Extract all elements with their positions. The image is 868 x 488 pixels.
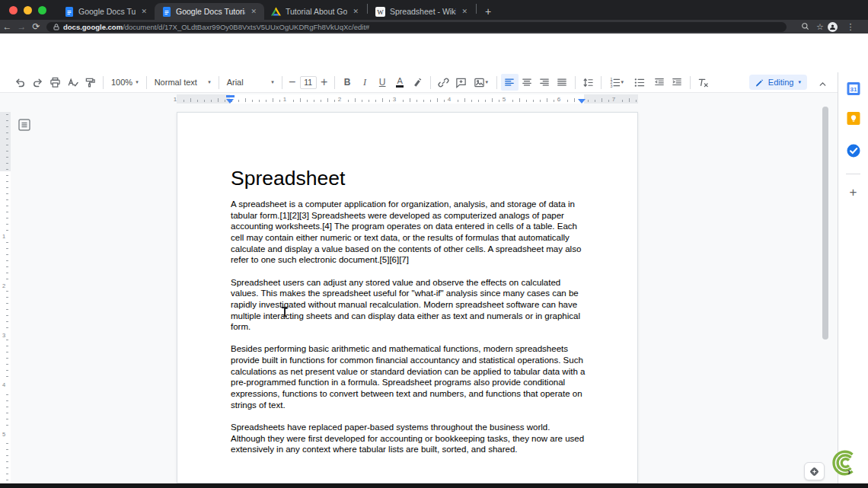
line-spacing-icon[interactable]	[579, 74, 597, 91]
google-docs-favicon	[161, 7, 171, 17]
browser-tab-bar: Google Docs Tutorial - Google ✕ Google D…	[0, 0, 868, 20]
chevron-down-icon: ▾	[271, 79, 274, 85]
tab-separator	[367, 4, 368, 14]
svg-text:W: W	[377, 8, 384, 15]
brand-logo-bottom	[830, 448, 860, 480]
google-tasks-icon[interactable]	[847, 144, 860, 161]
paint-format-icon[interactable]	[81, 74, 99, 91]
browser-tab-4[interactable]: W Spreadsheet - Wikipedia ✕	[369, 3, 475, 20]
font-family-select[interactable]: Arial▾	[223, 78, 278, 87]
text-color-icon[interactable]: A	[391, 74, 409, 91]
vertical-ruler[interactable]: 12345	[0, 93, 11, 483]
insert-image-icon[interactable]: ▾	[470, 74, 493, 91]
url-domain: docs.google.com	[63, 23, 123, 31]
chevron-down-icon: ▾	[208, 79, 211, 85]
google-keep-icon[interactable]	[847, 112, 860, 128]
first-line-indent-marker[interactable]	[226, 95, 235, 97]
chevron-down-icon: ▾	[485, 79, 488, 85]
document-canvas: 11234567 12345 Spreadsheet A spreadsheet…	[0, 93, 838, 483]
increase-font-size-icon[interactable]: +	[318, 74, 330, 91]
tab-close-icon[interactable]: ✕	[352, 8, 359, 15]
browser-tab-2-active[interactable]: Google Docs Tutorial 2 - Goog ✕	[155, 3, 264, 20]
reload-icon[interactable]: ⟳	[29, 20, 43, 33]
paragraph-3: Besides performing basic arithmetic and …	[231, 343, 586, 410]
italic-icon[interactable]: I	[356, 74, 374, 91]
browser-tab-3[interactable]: Tutorial About Google Docs - C ✕	[264, 3, 366, 20]
insert-link-icon[interactable]	[435, 74, 452, 91]
left-indent-marker[interactable]	[226, 99, 234, 104]
tab-close-icon[interactable]: ✕	[250, 8, 257, 15]
screen-bottom-edge	[0, 483, 868, 488]
undo-icon[interactable]	[11, 74, 29, 91]
align-center-icon[interactable]	[519, 74, 536, 91]
wikipedia-favicon: W	[375, 7, 385, 17]
bookmark-star-icon[interactable]: ☆	[812, 22, 828, 32]
tab-separator	[476, 4, 477, 14]
chevron-down-icon: ▾	[798, 79, 801, 85]
decrease-font-size-icon[interactable]: −	[286, 74, 298, 91]
font-size-input[interactable]: 11	[300, 76, 317, 89]
tab-title: Google Docs Tutorial 2 - Goog	[176, 7, 245, 16]
docs-toolbar: 100%▾ Normal text▾ Arial▾ − 11 + B I U A…	[0, 72, 838, 93]
spellcheck-icon[interactable]	[64, 74, 81, 91]
align-justify-icon[interactable]	[554, 74, 571, 91]
macos-window-controls	[0, 0, 57, 20]
browser-menu-icon[interactable]: ⋮	[843, 22, 858, 32]
tab-close-icon[interactable]: ✕	[461, 8, 468, 15]
browser-url-bar: ← → ⟳ docs.google.com/document/d/17X_OLd…	[0, 20, 868, 33]
minimize-window-button[interactable]	[24, 6, 32, 14]
print-icon[interactable]	[46, 74, 64, 91]
svg-text:31: 31	[850, 86, 857, 93]
align-right-icon[interactable]	[536, 74, 554, 91]
explore-button[interactable]	[804, 462, 825, 480]
google-docs-favicon	[64, 7, 74, 17]
paragraph-2: Spreadsheet users can adjust any stored …	[231, 277, 586, 333]
tab-title: Tutorial About Google Docs - C	[286, 7, 347, 16]
browser-tab-1[interactable]: Google Docs Tutorial - Google ✕	[57, 3, 155, 20]
pencil-icon	[755, 78, 764, 87]
bold-icon[interactable]: B	[339, 74, 356, 91]
increase-indent-icon[interactable]	[669, 74, 686, 91]
paragraph-style-select[interactable]: Normal text▾	[151, 78, 215, 87]
document-page[interactable]: Spreadsheet A spreadsheet is a computer …	[177, 112, 638, 483]
chevron-down-icon: ▾	[136, 79, 139, 85]
right-indent-marker[interactable]	[578, 99, 586, 104]
collapse-toolbar-icon[interactable]	[814, 75, 831, 92]
zoom-window-button[interactable]	[38, 6, 46, 14]
back-icon[interactable]: ←	[0, 20, 14, 33]
mode-label: Editing	[768, 78, 794, 87]
chevron-down-icon: ▾	[621, 79, 624, 85]
forward-icon[interactable]: →	[14, 20, 29, 33]
close-window-button[interactable]	[9, 6, 18, 14]
google-calendar-icon[interactable]: 31	[847, 82, 860, 98]
zoom-select[interactable]: 100%▾	[107, 78, 142, 87]
vertical-scrollbar-thumb[interactable]	[822, 107, 828, 340]
numbered-list-icon[interactable]: 123▾	[605, 74, 628, 91]
show-document-outline-icon[interactable]	[18, 118, 31, 132]
tab-close-icon[interactable]: ✕	[140, 8, 148, 15]
bulleted-list-icon[interactable]	[628, 74, 651, 91]
editing-mode-select[interactable]: Editing ▾	[749, 75, 807, 90]
profile-avatar[interactable]	[828, 22, 843, 32]
new-tab-button[interactable]: +	[485, 5, 491, 18]
decrease-indent-icon[interactable]	[651, 74, 669, 91]
add-comment-icon[interactable]	[452, 74, 470, 91]
chevron-right-icon: ›	[847, 466, 850, 477]
google-drive-favicon	[271, 7, 281, 17]
horizontal-ruler[interactable]: 11234567	[0, 94, 838, 104]
google-workspace-side-panel: 31 +	[838, 72, 868, 483]
paragraph-1: A spreadsheet is a computer application …	[231, 199, 586, 266]
svg-text:3: 3	[611, 83, 613, 88]
tab-title: Spreadsheet - Wikipedia	[390, 7, 456, 16]
redo-icon[interactable]	[29, 74, 46, 91]
lock-icon	[53, 24, 59, 30]
underline-icon[interactable]: U	[374, 74, 391, 91]
highlight-color-icon[interactable]	[409, 74, 426, 91]
clear-formatting-icon[interactable]	[694, 74, 712, 91]
document-heading: Spreadsheet	[231, 167, 584, 190]
add-addon-icon[interactable]: +	[850, 185, 857, 200]
zoom-page-icon[interactable]	[797, 22, 812, 32]
address-omnibox[interactable]: docs.google.com/document/d/17X_OLdtBaxr9…	[46, 22, 787, 32]
align-left-icon[interactable]	[501, 74, 519, 91]
docs-header: Google Docs Tutorial 2 ☆ Saved to Drive …	[0, 33, 868, 72]
